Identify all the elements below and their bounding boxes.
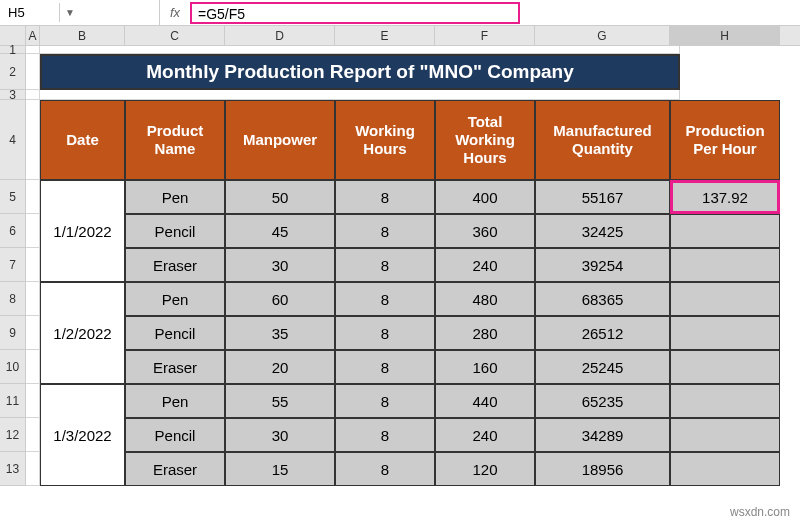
cell-a13[interactable] bbox=[26, 452, 40, 486]
cell-twh[interactable]: 440 bbox=[435, 384, 535, 418]
col-header-f[interactable]: F bbox=[435, 26, 535, 45]
cell-manpower[interactable]: 30 bbox=[225, 248, 335, 282]
cell-pph[interactable] bbox=[670, 248, 780, 282]
cell-pph[interactable] bbox=[670, 316, 780, 350]
cell-wh[interactable]: 8 bbox=[335, 452, 435, 486]
cell-product[interactable]: Pencil bbox=[125, 316, 225, 350]
col-header-h[interactable]: H bbox=[670, 26, 780, 45]
row-header-4[interactable]: 4 bbox=[0, 100, 26, 180]
row-header-8[interactable]: 8 bbox=[0, 282, 26, 316]
cell-b3[interactable] bbox=[40, 90, 680, 100]
cell-a12[interactable] bbox=[26, 418, 40, 452]
cell-wh[interactable]: 8 bbox=[335, 180, 435, 214]
col-header-e[interactable]: E bbox=[335, 26, 435, 45]
report-title[interactable]: Monthly Production Report of "MNO" Compa… bbox=[40, 54, 680, 90]
cell-twh[interactable]: 360 bbox=[435, 214, 535, 248]
cell-pph[interactable] bbox=[670, 282, 780, 316]
date-group-2[interactable]: 1/2/2022 bbox=[40, 282, 125, 384]
cell-product[interactable]: Pencil bbox=[125, 418, 225, 452]
row-header-6[interactable]: 6 bbox=[0, 214, 26, 248]
cell-a8[interactable] bbox=[26, 282, 40, 316]
cell-wh[interactable]: 8 bbox=[335, 316, 435, 350]
cell-qty[interactable]: 32425 bbox=[535, 214, 670, 248]
cell-a1[interactable] bbox=[26, 46, 40, 54]
cell-pph[interactable] bbox=[670, 384, 780, 418]
cell-wh[interactable]: 8 bbox=[335, 384, 435, 418]
cell-twh[interactable]: 480 bbox=[435, 282, 535, 316]
cell-wh[interactable]: 8 bbox=[335, 248, 435, 282]
fx-icon[interactable]: fx bbox=[160, 5, 190, 20]
row-header-13[interactable]: 13 bbox=[0, 452, 26, 486]
cell-a2[interactable] bbox=[26, 54, 40, 90]
cell-twh[interactable]: 400 bbox=[435, 180, 535, 214]
header-prod-per-hour[interactable]: Production Per Hour bbox=[670, 100, 780, 180]
col-header-a[interactable]: A bbox=[26, 26, 40, 45]
cell-qty[interactable]: 55167 bbox=[535, 180, 670, 214]
cell-b1[interactable] bbox=[40, 46, 680, 54]
row-header-2[interactable]: 2 bbox=[0, 54, 26, 90]
cell-manpower[interactable]: 35 bbox=[225, 316, 335, 350]
cell-qty[interactable]: 26512 bbox=[535, 316, 670, 350]
cell-manpower[interactable]: 50 bbox=[225, 180, 335, 214]
cell-product[interactable]: Pen bbox=[125, 384, 225, 418]
cell-a6[interactable] bbox=[26, 214, 40, 248]
col-header-b[interactable]: B bbox=[40, 26, 125, 45]
cell-a11[interactable] bbox=[26, 384, 40, 418]
cell-product[interactable]: Pencil bbox=[125, 214, 225, 248]
cell-manpower[interactable]: 60 bbox=[225, 282, 335, 316]
cell-manpower[interactable]: 45 bbox=[225, 214, 335, 248]
cell-qty[interactable]: 65235 bbox=[535, 384, 670, 418]
cell-a5[interactable] bbox=[26, 180, 40, 214]
cell-twh[interactable]: 240 bbox=[435, 248, 535, 282]
cell-qty[interactable]: 18956 bbox=[535, 452, 670, 486]
cell-qty[interactable]: 34289 bbox=[535, 418, 670, 452]
cell-pph[interactable] bbox=[670, 452, 780, 486]
col-header-g[interactable]: G bbox=[535, 26, 670, 45]
cell-product[interactable]: Eraser bbox=[125, 452, 225, 486]
cell-qty[interactable]: 68365 bbox=[535, 282, 670, 316]
formula-input[interactable]: =G5/F5 bbox=[190, 2, 520, 24]
header-product[interactable]: Product Name bbox=[125, 100, 225, 180]
cell-manpower[interactable]: 20 bbox=[225, 350, 335, 384]
header-mfg-qty[interactable]: Manufactured Quantity bbox=[535, 100, 670, 180]
cell-a3[interactable] bbox=[26, 90, 40, 100]
cell-twh[interactable]: 240 bbox=[435, 418, 535, 452]
cell-product[interactable]: Pen bbox=[125, 282, 225, 316]
cell-wh[interactable]: 8 bbox=[335, 282, 435, 316]
row-header-1[interactable]: 1 bbox=[0, 46, 26, 54]
cell-wh[interactable]: 8 bbox=[335, 418, 435, 452]
cell-wh[interactable]: 8 bbox=[335, 350, 435, 384]
cell-twh[interactable]: 120 bbox=[435, 452, 535, 486]
cell-manpower[interactable]: 15 bbox=[225, 452, 335, 486]
cell-product[interactable]: Eraser bbox=[125, 350, 225, 384]
row-header-9[interactable]: 9 bbox=[0, 316, 26, 350]
cell-h5-selected[interactable]: 137.92 bbox=[670, 180, 780, 214]
col-header-c[interactable]: C bbox=[125, 26, 225, 45]
cell-a7[interactable] bbox=[26, 248, 40, 282]
cell-a10[interactable] bbox=[26, 350, 40, 384]
name-box-dropdown-icon[interactable]: ▼ bbox=[60, 7, 80, 18]
cell-a9[interactable] bbox=[26, 316, 40, 350]
row-header-5[interactable]: 5 bbox=[0, 180, 26, 214]
name-box[interactable]: H5 bbox=[0, 3, 60, 22]
cell-manpower[interactable]: 30 bbox=[225, 418, 335, 452]
date-group-3[interactable]: 1/3/2022 bbox=[40, 384, 125, 486]
row-header-7[interactable]: 7 bbox=[0, 248, 26, 282]
header-working-hours[interactable]: Working Hours bbox=[335, 100, 435, 180]
cell-twh[interactable]: 160 bbox=[435, 350, 535, 384]
cell-qty[interactable]: 39254 bbox=[535, 248, 670, 282]
cell-pph[interactable] bbox=[670, 350, 780, 384]
cell-manpower[interactable]: 55 bbox=[225, 384, 335, 418]
header-date[interactable]: Date bbox=[40, 100, 125, 180]
cell-product[interactable]: Eraser bbox=[125, 248, 225, 282]
date-group-1[interactable]: 1/1/2022 bbox=[40, 180, 125, 282]
col-header-d[interactable]: D bbox=[225, 26, 335, 45]
header-manpower[interactable]: Manpower bbox=[225, 100, 335, 180]
cell-pph[interactable] bbox=[670, 214, 780, 248]
cell-product[interactable]: Pen bbox=[125, 180, 225, 214]
row-header-11[interactable]: 11 bbox=[0, 384, 26, 418]
cell-twh[interactable]: 280 bbox=[435, 316, 535, 350]
cell-wh[interactable]: 8 bbox=[335, 214, 435, 248]
cell-qty[interactable]: 25245 bbox=[535, 350, 670, 384]
row-header-3[interactable]: 3 bbox=[0, 90, 26, 100]
